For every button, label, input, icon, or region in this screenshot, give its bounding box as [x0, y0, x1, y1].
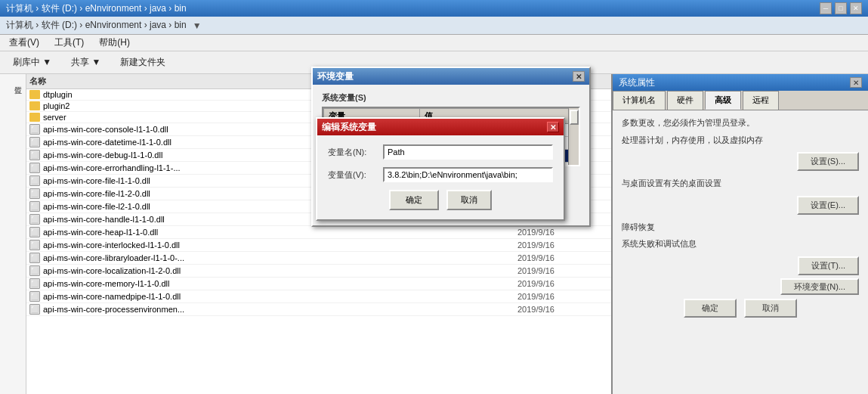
edit-ok-btn[interactable]: 确定: [389, 190, 439, 210]
content-line-5: 系统失败和调试信息: [622, 237, 859, 250]
toolbar-new-folder[interactable]: 新建文件夹: [113, 54, 172, 71]
explorer-titlebar: 计算机 › 软件 (D:) › eNnvironment › java › bi…: [0, 0, 868, 17]
file-date: 2019/9/16: [517, 266, 608, 275]
edit-var-titlebar: 编辑系统变量 ✕: [317, 119, 564, 135]
edit-cancel-btn[interactable]: 取消: [446, 190, 492, 210]
tab-hardware[interactable]: 硬件: [667, 91, 703, 110]
dll-icon: ⬜: [29, 214, 40, 225]
file-name: api-ms-win-core-heap-l1-1-0.dll: [43, 228, 158, 237]
system-props-close[interactable]: ✕: [850, 77, 862, 88]
sys-props-cancel[interactable]: 取消: [744, 299, 797, 318]
scrollbar-v[interactable]: [568, 108, 579, 165]
dll-icon: ⬜: [29, 150, 40, 160]
dll-icon: ⬜: [29, 188, 40, 199]
tab-advanced[interactable]: 高级: [705, 91, 741, 110]
dll-icon: ⬜: [29, 227, 40, 237]
system-props-titlebar: 系统属性 ✕: [613, 74, 868, 91]
toolbar-library[interactable]: 刷库中 ▼: [6, 54, 58, 71]
list-item[interactable]: ⬜ api-ms-win-core-libraryloader-l1-1-0-.…: [26, 252, 611, 265]
env-vars-title: 环境变量: [317, 70, 573, 83]
file-name-cell: ⬜ api-ms-win-core-namedpipe-l1-1-0.dll: [29, 291, 517, 302]
folder-icon: [29, 90, 40, 99]
dll-icon: ⬜: [29, 278, 40, 289]
scrollbar-thumb: [570, 110, 579, 125]
system-vars-label: 系统变量(S): [322, 92, 580, 104]
settings-btn-1[interactable]: 设置(S)...: [797, 152, 859, 171]
file-name: api-ms-win-core-localization-l1-2-0.dll: [43, 266, 181, 275]
settings-btn-3[interactable]: 设置(T)...: [798, 256, 859, 275]
content-line-1: 多数更改，您必须作为管理员登录。: [622, 116, 859, 129]
settings-btn-2[interactable]: 设置(E)...: [797, 196, 859, 215]
edit-var-close-btn[interactable]: ✕: [547, 122, 559, 132]
file-name: api-ms-win-core-handle-l1-1-0.dll: [43, 215, 165, 224]
dll-icon: ⬜: [29, 240, 40, 250]
var-name-label: 变量名(N):: [328, 147, 377, 158]
titlebar-controls: ─ □ ✕: [820, 2, 862, 14]
file-name: plugin2: [43, 101, 70, 110]
menu-help[interactable]: 帮助(H): [96, 35, 133, 51]
address-path: 计算机 › 软件 (D:) › eNnvironment › java › bi…: [6, 19, 187, 32]
folder-icon: [29, 101, 40, 110]
file-date: 2019/9/16: [517, 240, 608, 250]
list-item[interactable]: ⬜ api-ms-win-core-namedpipe-l1-1-0.dll 2…: [26, 290, 611, 303]
sidebar: 位置: [0, 74, 26, 394]
file-name: api-ms-win-core-memory-l1-1-0.dll: [43, 279, 169, 288]
file-name: api-ms-win-core-errorhandling-l1-1-...: [43, 163, 181, 172]
menu-bar: 查看(V) 工具(T) 帮助(H): [0, 35, 868, 51]
file-name-cell: ⬜ api-ms-win-core-processenvironmen...: [29, 304, 517, 315]
dll-icon: ⬜: [29, 291, 40, 302]
list-item[interactable]: ⬜ api-ms-win-core-processenvironmen... 2…: [26, 303, 611, 316]
file-name: api-ms-win-core-file-l1-1-0.dll: [43, 176, 150, 185]
env-vars-close-btn[interactable]: ✕: [573, 71, 585, 82]
edit-var-dialog: 编辑系统变量 ✕ 变量名(N): 变量值(V): 确定 取消: [316, 117, 565, 221]
address-bar: 计算机 › 软件 (D:) › eNnvironment › java › bi…: [0, 17, 868, 35]
system-props-tabs: 计算机名 硬件 高级 远程: [613, 91, 868, 110]
list-item[interactable]: ⬜ api-ms-win-core-heap-l1-1-0.dll 2019/9…: [26, 226, 611, 239]
file-name: api-ms-win-core-datetime-l1-1-0.dll: [43, 138, 171, 147]
var-name-input[interactable]: [383, 144, 553, 160]
list-item[interactable]: ⬜ api-ms-win-core-memory-l1-1-0.dll 2019…: [26, 278, 611, 290]
file-date: 2019/9/16: [517, 292, 608, 301]
file-date: 2019/9/16: [517, 279, 608, 288]
var-value-input[interactable]: [383, 167, 553, 182]
toolbar-share[interactable]: 共享 ▼: [64, 54, 107, 71]
var-value-row: 变量值(V):: [328, 167, 553, 182]
env-vars-btn[interactable]: 环境变量(N)...: [780, 278, 859, 295]
menu-view[interactable]: 查看(V): [6, 35, 42, 51]
file-name: api-ms-win-core-file-l1-2-0.dll: [43, 189, 150, 198]
system-props-content: 多数更改，您必须作为管理员登录。 处理器计划，内存使用，以及虚拟内存 设置(S)…: [613, 110, 868, 324]
list-item[interactable]: ⬜ api-ms-win-core-localization-l1-2-0.dl…: [26, 265, 611, 278]
dll-icon: ⬜: [29, 175, 40, 186]
file-date: 2019/9/16: [517, 305, 608, 314]
file-date: 2019/9/16: [517, 253, 608, 262]
edit-var-body: 变量名(N): 变量值(V): 确定 取消: [317, 135, 564, 219]
file-name: api-ms-win-core-console-l1-1-0.dll: [43, 125, 168, 134]
file-name-cell: ⬜ api-ms-win-core-memory-l1-1-0.dll: [29, 278, 517, 289]
close-button[interactable]: ✕: [850, 2, 862, 14]
tab-computer-name[interactable]: 计算机名: [613, 91, 666, 110]
file-name-cell: ⬜ api-ms-win-core-interlocked-l1-1-0.dll: [29, 240, 517, 250]
content-line-4: 障碍恢复: [622, 221, 859, 234]
system-props-panel: 系统属性 ✕ 计算机名 硬件 高级 远程 多数更改，您必须作为管理员登录。 处理…: [611, 74, 868, 394]
minimize-button[interactable]: ─: [820, 2, 832, 14]
menu-tools[interactable]: 工具(T): [51, 35, 87, 51]
dll-icon: ⬜: [29, 201, 40, 212]
dll-icon: ⬜: [29, 124, 40, 135]
env-vars-titlebar: 环境变量 ✕: [313, 68, 589, 85]
list-item[interactable]: ⬜ api-ms-win-core-interlocked-l1-1-0.dll…: [26, 239, 611, 252]
file-name: api-ms-win-core-libraryloader-l1-1-0-...: [43, 253, 184, 262]
maximize-button[interactable]: □: [835, 2, 847, 14]
edit-btn-row: 确定 取消: [328, 190, 553, 210]
sidebar-location-label: 位置: [2, 77, 24, 83]
file-name-cell: ⬜ api-ms-win-core-localization-l1-2-0.dl…: [29, 265, 517, 276]
folder-icon: [29, 113, 40, 122]
edit-var-title: 编辑系统变量: [322, 121, 547, 134]
content-line-3: 与桌面设置有关的桌面设置: [622, 177, 859, 190]
var-name-row: 变量名(N):: [328, 144, 553, 160]
file-name: api-ms-win-core-interlocked-l1-1-0.dll: [43, 240, 180, 250]
dropdown-arrow-icon[interactable]: ▼: [193, 20, 202, 31]
sys-props-ok[interactable]: 确定: [684, 299, 737, 318]
file-date: 2019/9/16: [517, 228, 608, 237]
tab-remote[interactable]: 远程: [743, 91, 779, 110]
file-name-cell: ⬜ api-ms-win-core-heap-l1-1-0.dll: [29, 227, 517, 237]
